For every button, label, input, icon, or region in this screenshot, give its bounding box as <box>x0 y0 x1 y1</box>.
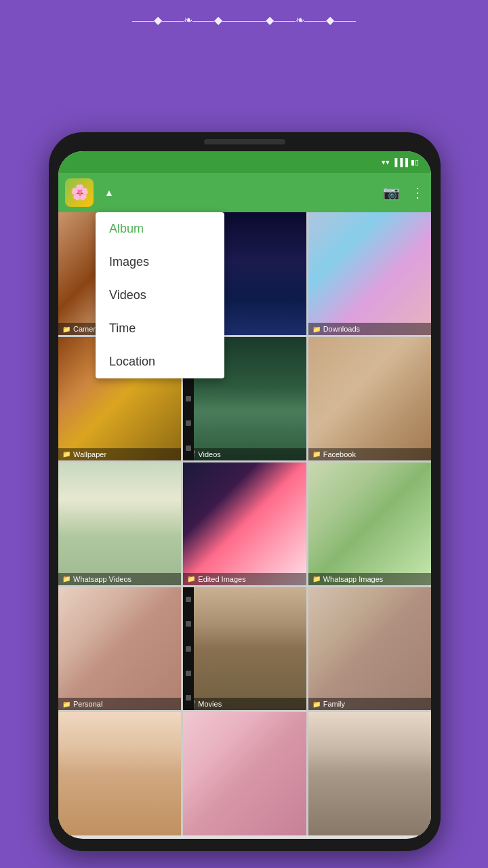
cell-photo-13 <box>183 712 306 835</box>
cell-label-3: 📁Wallpaper <box>58 448 181 460</box>
dropdown-item-album[interactable]: Album <box>96 212 224 245</box>
grid-cell-5[interactable]: 📁Facebook <box>308 337 431 460</box>
more-options-icon[interactable]: ⋮ <box>411 184 424 201</box>
camera-icon[interactable]: 📷 <box>383 184 400 201</box>
cell-label-text-4: Videos <box>198 450 220 458</box>
wifi-icon: ▾▾ <box>382 158 390 167</box>
folder-icon: 📁 <box>62 326 70 333</box>
cell-label-text-9: Personal <box>73 700 102 708</box>
dropdown-item-images[interactable]: Images <box>96 245 224 279</box>
chevron-down-icon: ▲ <box>104 187 114 198</box>
dropdown-item-time[interactable]: Time <box>96 312 224 345</box>
cell-photo-11: 📁Family <box>308 587 431 710</box>
cell-label-2: 📁Downloads <box>308 323 431 335</box>
cell-photo-10: 🎬Movies <box>183 587 306 710</box>
folder-icon: 📁 <box>187 575 195 583</box>
cell-label-text-5: Facebook <box>323 450 356 458</box>
cell-label-text-7: Edited Images <box>198 575 245 583</box>
cell-label-6: 📁Whatsapp Videos <box>58 573 181 585</box>
grid-cell-14[interactable] <box>308 712 431 835</box>
cell-label-4: 🎬Videos <box>183 448 306 460</box>
cell-photo-12 <box>58 712 181 835</box>
cell-label-text-11: Family <box>323 700 345 708</box>
cell-label-7: 📁Edited Images <box>183 573 306 585</box>
folder-icon: 📁 <box>312 701 321 708</box>
phone-frame: ▾▾ ▐▐▐ ▮▯ 🌸 ▲ 📷 ⋮ AlbumImagesVideosTimeL… <box>49 132 441 851</box>
battery-icon: ▮▯ <box>411 158 419 167</box>
app-bar: 🌸 ▲ 📷 ⋮ <box>58 173 431 212</box>
dropdown-item-location[interactable]: Location <box>96 345 224 378</box>
dropdown-menu: AlbumImagesVideosTimeLocation <box>96 212 224 378</box>
folder-icon: 📁 <box>62 701 70 708</box>
cell-label-text-8: Whatsapp Images <box>323 575 384 583</box>
cell-photo-6: 📁Whatsapp Videos <box>58 462 181 585</box>
folder-icon: 📁 <box>312 450 321 458</box>
app-icon: 🌸 <box>65 178 94 207</box>
cell-label-10: 🎬Movies <box>183 698 306 710</box>
dropdown-item-videos[interactable]: Videos <box>96 279 224 312</box>
grid-cell-8[interactable]: 📁Whatsapp Images <box>308 462 431 585</box>
status-bar: ▾▾ ▐▐▐ ▮▯ <box>58 151 431 173</box>
phone-notch <box>204 139 285 144</box>
cell-photo-5: 📁Facebook <box>308 337 431 460</box>
cell-label-text-6: Whatsapp Videos <box>73 575 131 583</box>
folder-icon: 📁 <box>62 575 70 583</box>
cell-photo-9: 📁Personal <box>58 587 181 710</box>
grid-cell-2[interactable]: 📁Downloads <box>308 212 431 335</box>
status-icons: ▾▾ ▐▐▐ ▮▯ <box>382 158 419 167</box>
grid-cell-6[interactable]: 📁Whatsapp Videos <box>58 462 181 585</box>
app-title[interactable]: ▲ <box>100 187 114 198</box>
cell-label-text-10: Movies <box>198 700 222 708</box>
grid-cell-12[interactable] <box>58 712 181 835</box>
grid-cell-9[interactable]: 📁Personal <box>58 587 181 710</box>
cell-label-11: 📁Family <box>308 698 431 710</box>
grid-cell-7[interactable]: 📁Edited Images <box>183 462 306 585</box>
header <box>0 0 488 39</box>
cell-photo-14 <box>308 712 431 835</box>
cell-label-text-2: Downloads <box>323 325 360 333</box>
cell-label-9: 📁Personal <box>58 698 181 710</box>
film-strip-icon <box>183 587 194 710</box>
cell-label-8: 📁Whatsapp Images <box>308 573 431 585</box>
signal-icon: ▐▐▐ <box>392 158 408 166</box>
phone-screen: ▾▾ ▐▐▐ ▮▯ 🌸 ▲ 📷 ⋮ AlbumImagesVideosTimeL… <box>58 151 431 839</box>
cell-photo-2: 📁Downloads <box>308 212 431 335</box>
folder-icon: 📁 <box>62 450 70 458</box>
decorative-line <box>27 14 461 26</box>
cell-label-5: 📁Facebook <box>308 448 431 460</box>
cell-label-text-3: Wallpaper <box>73 450 106 458</box>
folder-icon: 📁 <box>312 326 321 333</box>
cell-photo-8: 📁Whatsapp Images <box>308 462 431 585</box>
cell-photo-7: 📁Edited Images <box>183 462 306 585</box>
grid-cell-10[interactable]: 🎬Movies <box>183 587 306 710</box>
app-bar-actions: 📷 ⋮ <box>383 184 424 201</box>
grid-cell-13[interactable] <box>183 712 306 835</box>
folder-icon: 📁 <box>312 575 321 583</box>
grid-cell-11[interactable]: 📁Family <box>308 587 431 710</box>
